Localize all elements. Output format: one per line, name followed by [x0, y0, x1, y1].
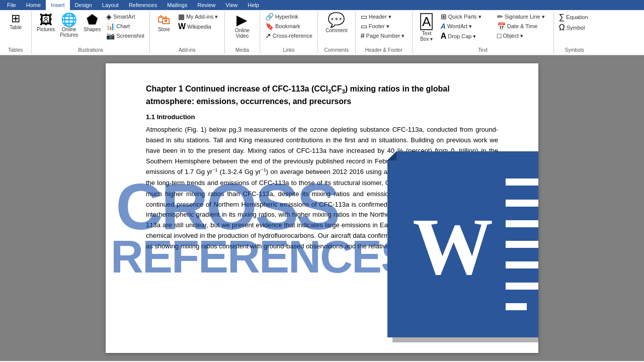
links-group-label: Links: [260, 47, 317, 53]
cross-reference-button[interactable]: ↗ Cross-reference: [263, 31, 314, 40]
group-header-footer: ▭ Header ▾ ▭ Footer ▾ # Page Number ▾ He…: [356, 11, 413, 54]
ribbon-tab-bar: File Home Insert Design Layout Reference…: [0, 0, 644, 10]
shapes-button[interactable]: ⬟ Shapes: [81, 12, 103, 33]
hyperlink-button[interactable]: 🔗 Hyperlink: [263, 12, 314, 21]
ribbon-content: ⊞ Table Tables 🖼 Pictures 🌐 OnlinePictur…: [0, 10, 644, 55]
footer-button[interactable]: ▭ Footer ▾: [359, 22, 409, 31]
object-button[interactable]: □ Object ▾: [495, 31, 550, 40]
bookmark-label: Bookmark: [275, 23, 300, 29]
store-icon: 🛍: [157, 13, 171, 26]
tab-insert[interactable]: Insert: [46, 0, 70, 10]
tab-view[interactable]: View: [221, 0, 243, 10]
media-group-label: Media: [225, 47, 260, 53]
hyperlink-label: Hyperlink: [275, 14, 298, 20]
online-pictures-button[interactable]: 🌐 OnlinePictures: [58, 12, 80, 39]
group-illustrations: 🖼 Pictures 🌐 OnlinePictures ⬟ Shapes ◈ S…: [32, 11, 150, 54]
my-addins-button[interactable]: ▦ My Add-ins ▾: [176, 12, 221, 21]
footer-icon: ▭: [361, 22, 367, 30]
tab-review[interactable]: Review: [193, 0, 221, 10]
tab-help[interactable]: Help: [243, 0, 264, 10]
symbol-button[interactable]: Ω Symbol: [557, 23, 592, 33]
wordart-button[interactable]: A WordArt ▾: [439, 22, 494, 31]
addins-group-label: Add-ins: [150, 47, 224, 53]
document-page: CROSS REFERENCES Chapter 1 Continued inc…: [106, 63, 538, 353]
signature-line-icon: ✏: [497, 13, 503, 21]
group-comments-items: 💬 Comment: [324, 12, 349, 42]
stripe-5: [506, 261, 538, 268]
page-number-button[interactable]: # Page Number ▾: [359, 31, 409, 40]
store-label: Store: [158, 27, 170, 32]
cross-reference-label: Cross-reference: [273, 33, 312, 39]
wikipedia-label: Wikipedia: [187, 24, 211, 30]
pictures-label: Pictures: [37, 27, 55, 32]
my-addins-icon: ▦: [178, 13, 185, 21]
equation-button[interactable]: ∑ Equation: [557, 12, 592, 22]
group-tables-items: ⊞ Table: [3, 12, 28, 39]
word-w-container: W: [403, 166, 503, 327]
online-pictures-label: OnlinePictures: [60, 27, 78, 38]
table-button[interactable]: ⊞ Table: [3, 12, 28, 31]
smartart-button[interactable]: ◈ SmartArt: [104, 12, 146, 21]
symbol-icon: Ω: [559, 23, 565, 32]
footer-label: Footer ▾: [369, 23, 389, 30]
logo-fold: [387, 151, 396, 160]
screenshot-button[interactable]: 📷 Screenshot: [104, 31, 146, 40]
page-number-icon: #: [361, 32, 365, 40]
text-box-button[interactable]: A TextBox ▾: [416, 12, 438, 43]
wikipedia-button[interactable]: W Wikipedia: [176, 22, 221, 32]
symbols-group-label: Symbols: [554, 47, 595, 53]
word-stripes: [506, 161, 538, 327]
quick-parts-button[interactable]: ⊞ Quick Parts ▾: [439, 12, 494, 21]
page-number-label: Page Number ▾: [366, 33, 405, 39]
text-group-label: Text: [413, 47, 553, 53]
equation-icon: ∑: [559, 13, 565, 22]
word-logo-container: W: [387, 151, 538, 337]
group-symbols: ∑ Equation Ω Symbol Symbols: [554, 11, 595, 54]
tab-home[interactable]: Home: [21, 0, 46, 10]
bookmark-button[interactable]: 🔖 Bookmark: [263, 22, 314, 31]
tab-mailings[interactable]: Mailings: [162, 0, 192, 10]
tab-references[interactable]: References: [124, 0, 162, 10]
object-label: Object ▾: [503, 33, 523, 39]
comment-button[interactable]: 💬 Comment: [324, 12, 349, 34]
quick-parts-icon: ⊞: [441, 13, 447, 21]
online-pictures-icon: 🌐: [61, 13, 77, 26]
chart-icon: 📊: [106, 22, 115, 30]
group-header-footer-items: ▭ Header ▾ ▭ Footer ▾ # Page Number ▾: [359, 12, 409, 48]
drop-cap-button[interactable]: A Drop Cap ▾: [439, 31, 494, 41]
smartart-label: SmartArt: [113, 14, 135, 20]
equation-label: Equation: [566, 14, 588, 20]
pictures-button[interactable]: 🖼 Pictures: [35, 12, 57, 33]
tables-group-label: Tables: [0, 47, 31, 53]
header-icon: ▭: [361, 13, 367, 21]
tab-design[interactable]: Design: [70, 0, 97, 10]
online-video-label: OnlineVideo: [235, 28, 250, 39]
group-tables: ⊞ Table Tables: [0, 11, 32, 54]
word-w-letter: W: [413, 207, 493, 287]
stripe-4: [506, 241, 538, 248]
online-video-button[interactable]: ▶ OnlineVideo: [231, 12, 253, 40]
text-box-label: TextBox ▾: [420, 31, 433, 42]
wordart-icon: A: [441, 22, 446, 30]
comment-label: Comment: [326, 28, 347, 33]
wikipedia-icon: W: [178, 22, 186, 31]
tab-layout[interactable]: Layout: [97, 0, 124, 10]
header-button[interactable]: ▭ Header ▾: [359, 12, 409, 21]
group-addins-items: 🛍 Store ▦ My Add-ins ▾ W Wikipedia: [153, 12, 221, 41]
group-media: ▶ OnlineVideo Media: [225, 11, 260, 54]
my-addins-label: My Add-ins ▾: [186, 14, 218, 20]
date-time-button[interactable]: 📅 Date & Time: [495, 22, 550, 31]
smartart-icon: ◈: [106, 13, 112, 21]
tab-file[interactable]: File: [2, 0, 21, 10]
ribbon: File Home Insert Design Layout Reference…: [0, 0, 644, 55]
comments-group-label: Comments: [318, 47, 355, 53]
wordart-label: WordArt ▾: [447, 23, 472, 30]
bookmark-icon: 🔖: [265, 22, 274, 30]
stripe-1: [506, 178, 538, 186]
table-icon: ⊞: [11, 13, 20, 24]
signature-line-button[interactable]: ✏ Signature Line ▾: [495, 12, 550, 21]
store-button[interactable]: 🛍 Store: [153, 12, 175, 33]
chart-button[interactable]: 📊 Chart: [104, 22, 146, 31]
chapter-title: Chapter 1 Continued increase of CFC-113a…: [146, 83, 498, 107]
online-video-icon: ▶: [236, 13, 248, 27]
